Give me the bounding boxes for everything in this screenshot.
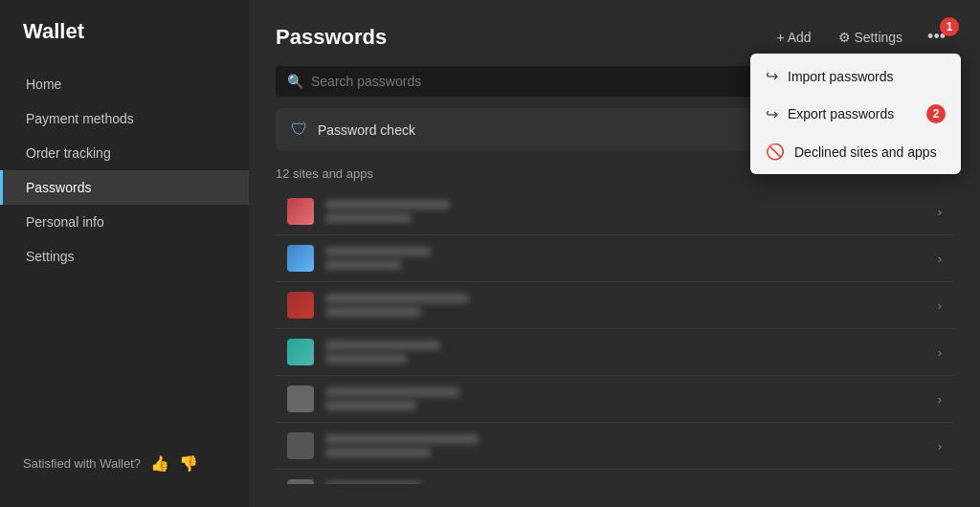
- pw-details-6: [325, 481, 926, 484]
- import-icon: ↪: [766, 67, 778, 85]
- pw-details-0: [325, 200, 926, 223]
- pw-name-4: [325, 387, 459, 397]
- sidebar-item-personal-info[interactable]: Personal info: [0, 205, 249, 239]
- favicon-1: [287, 245, 314, 272]
- table-row[interactable]: ›: [276, 423, 953, 470]
- sidebar-nav: Home Payment methods Order tracking Pass…: [0, 67, 249, 439]
- favicon-5: [287, 432, 314, 459]
- dropdown-item-import[interactable]: ↪ Import passwords: [750, 57, 961, 95]
- export-badge: 2: [926, 104, 946, 123]
- pw-details-4: [325, 387, 926, 410]
- more-button[interactable]: ••• 1: [920, 23, 953, 51]
- pw-name-0: [325, 200, 450, 209]
- export-icon: ↪: [766, 105, 778, 123]
- pw-user-3: [325, 354, 407, 364]
- add-button[interactable]: + Add: [767, 24, 820, 51]
- thumbs-down-icon[interactable]: 👎: [179, 454, 198, 473]
- dropdown-item-declined[interactable]: 🚫 Declined sites and apps: [750, 133, 961, 170]
- table-row[interactable]: ›: [276, 235, 953, 282]
- shield-icon: 🛡: [291, 120, 308, 140]
- favicon-4: [287, 386, 314, 412]
- pw-name-5: [325, 434, 479, 444]
- pw-details-5: [325, 434, 926, 457]
- header-badge: 1: [940, 17, 959, 36]
- favicon-6: [287, 479, 314, 484]
- password-check-label: Password check: [318, 122, 415, 138]
- settings-button[interactable]: ⚙ Settings: [829, 24, 912, 51]
- dropdown-item-export[interactable]: ↪ Export passwords 2: [750, 95, 961, 133]
- pw-name-3: [325, 341, 440, 350]
- password-list: › › › ›: [276, 188, 953, 484]
- favicon-2: [287, 292, 314, 319]
- favicon-0: [287, 198, 314, 225]
- pw-name-1: [325, 247, 431, 256]
- sidebar-item-order-tracking[interactable]: Order tracking: [0, 136, 249, 170]
- export-label: Export passwords: [788, 106, 894, 121]
- pw-name-2: [325, 294, 469, 303]
- pw-user-5: [325, 448, 431, 457]
- chevron-icon: ›: [938, 252, 942, 266]
- footer-text: Satisfied with Wallet?: [23, 456, 141, 471]
- header-actions: + Add ⚙ Settings ••• 1: [767, 23, 953, 51]
- table-row[interactable]: ›: [276, 376, 953, 423]
- pw-details-3: [325, 341, 926, 364]
- pw-user-0: [325, 213, 412, 223]
- table-row[interactable]: ›: [276, 282, 953, 329]
- declined-icon: 🚫: [766, 143, 785, 161]
- sidebar-item-passwords[interactable]: Passwords: [0, 170, 249, 205]
- main-content: Passwords + Add ⚙ Settings ••• 1 🔍 🛡 Pas…: [249, 0, 980, 507]
- page-title: Passwords: [276, 25, 387, 50]
- pw-details-2: [325, 294, 926, 317]
- import-label: Import passwords: [788, 69, 893, 84]
- sidebar: Wallet Home Payment methods Order tracki…: [0, 0, 249, 507]
- table-row[interactable]: ›: [276, 188, 953, 235]
- chevron-icon: ›: [938, 345, 942, 360]
- chevron-icon: ›: [938, 439, 942, 453]
- search-icon: 🔍: [287, 74, 303, 89]
- declined-label: Declined sites and apps: [794, 144, 937, 160]
- pw-user-1: [325, 260, 402, 270]
- app-title: Wallet: [0, 19, 249, 67]
- thumbs-up-icon[interactable]: 👍: [150, 454, 169, 473]
- dropdown-menu: ↪ Import passwords ↪ Export passwords 2 …: [750, 54, 961, 174]
- favicon-3: [287, 339, 314, 365]
- sidebar-item-home[interactable]: Home: [0, 67, 249, 101]
- sidebar-item-payment-methods[interactable]: Payment methods: [0, 101, 249, 136]
- chevron-icon: ›: [938, 205, 942, 219]
- pw-details-1: [325, 247, 926, 270]
- main-header: Passwords + Add ⚙ Settings ••• 1: [276, 23, 953, 51]
- sidebar-item-settings[interactable]: Settings: [0, 239, 249, 274]
- pw-user-4: [325, 401, 416, 410]
- chevron-icon: ›: [938, 392, 942, 407]
- sidebar-footer: Satisfied with Wallet? 👍 👎: [0, 439, 249, 488]
- pw-user-2: [325, 307, 421, 317]
- pw-name-6: [325, 481, 421, 484]
- table-row[interactable]: ›: [276, 329, 953, 376]
- table-row[interactable]: ›: [276, 470, 953, 484]
- chevron-icon: ›: [938, 298, 942, 313]
